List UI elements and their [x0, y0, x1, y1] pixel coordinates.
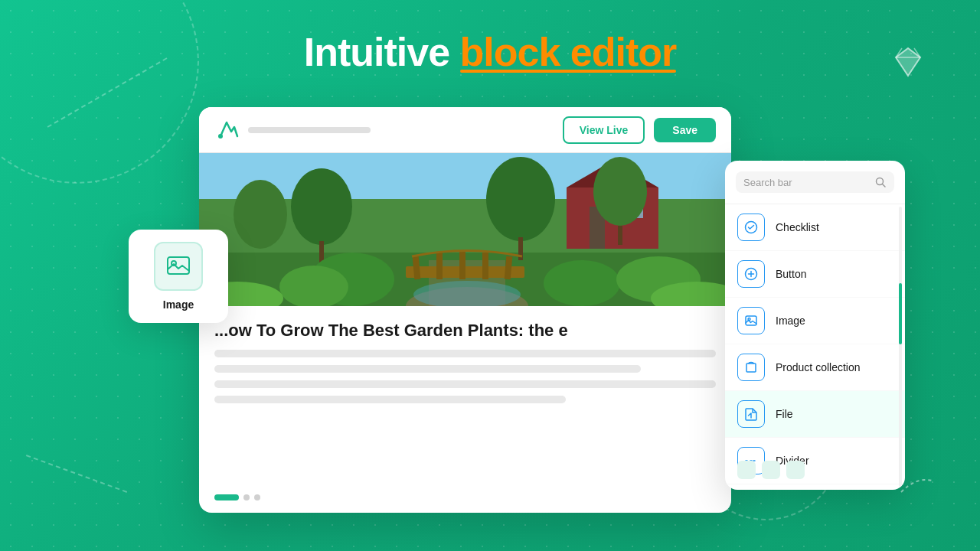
block-item-checklist[interactable]: Checklist — [725, 204, 905, 251]
editor-footer — [214, 494, 260, 500]
block-picker-panel: Search bar Checklist — [725, 161, 905, 490]
picker-footer — [737, 461, 805, 479]
svg-rect-21 — [482, 253, 488, 279]
svg-point-14 — [291, 168, 352, 245]
checklist-label: Checklist — [776, 221, 819, 233]
button-icon-box — [737, 260, 765, 288]
checklist-icon-box — [737, 214, 765, 241]
content-line — [214, 396, 566, 403]
file-label: File — [776, 408, 793, 420]
product-collection-label: Product collection — [776, 361, 861, 373]
picker-dot-2 — [762, 461, 780, 479]
button-label: Button — [776, 268, 806, 280]
svg-point-16 — [234, 180, 287, 249]
heading-plain: Intuitive — [304, 30, 460, 74]
svg-point-12 — [593, 157, 647, 226]
image-icon-box-tooltip — [154, 242, 203, 291]
svg-point-25 — [544, 260, 620, 306]
save-button[interactable]: Save — [654, 118, 716, 142]
search-placeholder-text: Search bar — [743, 177, 868, 188]
picker-dot-3 — [786, 461, 805, 479]
editor-toolbar: View Live Save — [199, 107, 731, 153]
heading-highlight: block editor — [460, 30, 677, 74]
content-line — [214, 380, 716, 388]
product-icon-box — [737, 354, 765, 381]
toolbar-logo — [214, 118, 239, 142]
block-item-alert[interactable]: Alert — [725, 484, 905, 490]
inactive-dot — [243, 494, 250, 500]
scrollbar[interactable] — [899, 207, 902, 487]
content-line — [214, 365, 641, 373]
svg-rect-19 — [436, 253, 443, 279]
view-live-button[interactable]: View Live — [563, 116, 645, 144]
block-item-image[interactable]: Image — [725, 298, 905, 344]
block-item-file[interactable]: File — [725, 391, 905, 438]
content-lines — [199, 350, 731, 403]
image-tooltip-card: Image — [129, 230, 228, 323]
content-line — [214, 350, 716, 357]
image-icon-box — [737, 307, 765, 334]
search-input-wrapper[interactable]: Search bar — [736, 171, 894, 193]
block-item-button[interactable]: Button — [725, 251, 905, 298]
article-title: ...ow To Grow The Best Garden Plants: th… — [199, 306, 731, 350]
block-picker-search[interactable]: Search bar — [725, 161, 905, 204]
image-label: Image — [776, 315, 805, 327]
svg-point-10 — [486, 157, 555, 241]
block-list: Checklist Button Image — [725, 204, 905, 490]
active-dot — [214, 494, 239, 500]
url-bar — [248, 127, 371, 133]
editor-card: View Live Save — [199, 107, 731, 513]
editor-content: ...ow To Grow The Best Garden Plants: th… — [199, 153, 731, 513]
image-tooltip-label: Image — [163, 298, 194, 311]
svg-point-0 — [218, 134, 223, 139]
pagination-dots — [214, 494, 260, 500]
svg-rect-20 — [459, 251, 466, 279]
garden-image — [199, 153, 731, 306]
main-heading: Intuitive block editor — [0, 29, 980, 75]
svg-rect-13 — [618, 226, 622, 245]
search-icon — [874, 176, 887, 188]
inactive-dot — [254, 494, 260, 500]
block-item-product-collection[interactable]: Product collection — [725, 344, 905, 391]
file-icon-box — [737, 400, 765, 428]
scrollbar-thumb — [899, 283, 902, 344]
picker-dot-1 — [737, 461, 756, 479]
